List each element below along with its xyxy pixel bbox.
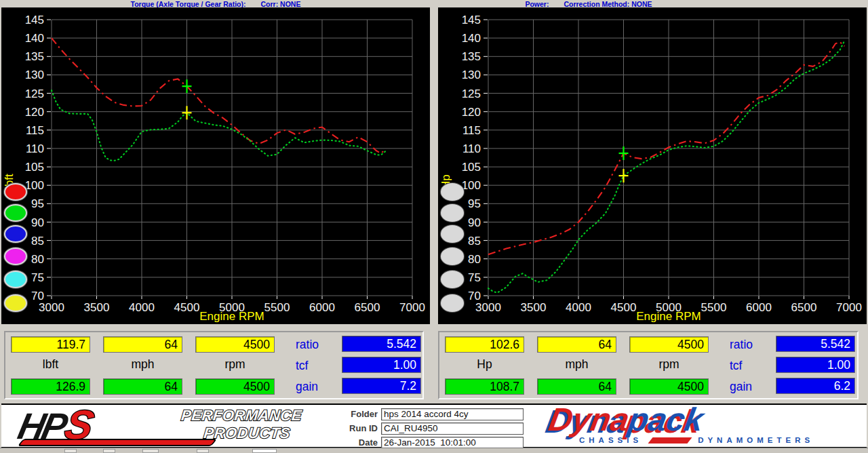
toolbar-ghost-control [64,449,77,453]
cursor-cross [182,106,192,119]
rpm-unit-label: rpm [195,357,275,374]
power-chart-panel: 3000350040004500500055006000650070007075… [438,7,867,324]
folder-field-input[interactable]: hps 2014 accord 4cy [381,408,524,420]
y-tick-label: 125 [25,87,44,100]
y-tick-label: 95 [468,197,481,210]
y-tick-label: 145 [25,14,44,26]
x-tick-label: 7000 [836,301,862,314]
x-tick-label: 6000 [309,301,335,314]
curve-select-button-4[interactable] [441,248,464,265]
y-tick-label: 110 [26,142,44,155]
torque-correction-status: Corr: NONE [261,0,301,8]
hps-products-text: PRODUCTS [203,425,301,442]
run-id-field-input[interactable]: CAI_RU4950 [381,422,524,435]
curve-select-button-1[interactable] [441,183,464,201]
y-tick-label: 90 [31,216,44,229]
date-field-label: Date [344,437,378,448]
y-tick-label: 80 [31,253,44,266]
curve-select-button-2[interactable] [441,204,464,222]
x-tick-label: 7000 [399,301,425,314]
x-tick-label: 6500 [791,301,817,314]
speed-cursor2-value: 64 [103,378,182,395]
curve-select-button-6[interactable] [441,294,464,312]
ratio-label: ratio [730,338,753,352]
rpm-unit-label: rpm [629,357,709,374]
curve-select-button-green[interactable] [4,204,27,222]
toolbar-ghost-control [142,449,159,453]
x-tick-label: 3500 [521,301,547,314]
speed-unit-label: mph [537,357,616,374]
gain-value: 6.2 [776,378,855,394]
y-tick-label: 115 [26,124,44,137]
rpm-cursor2-value: 4500 [629,378,709,395]
dynapack-swoosh [648,437,692,444]
gain-value: 7.2 [342,378,421,394]
x-tick-label: 5500 [701,301,727,314]
curve-select-button-cyan[interactable] [4,271,27,288]
y-tick-label: 95 [31,197,44,210]
power-cursor2-value: 108.7 [445,378,524,395]
y-tick-label: 105 [462,161,481,174]
speed-cursor1-value: 64 [103,336,182,353]
torque-chart-plot[interactable]: 3000350040004500500055006000650070007075… [1,7,430,324]
y-tick-label: 135 [462,50,481,63]
y-tick-label: 85 [31,235,44,248]
y-tick-label: 135 [25,50,44,63]
torque-chart-panel: 3000350040004500500055006000650070007075… [1,7,430,324]
bottom-toolbar-partial [0,448,868,453]
curve-select-button-3[interactable] [441,225,464,243]
curve-select-button-blue[interactable] [4,225,27,243]
y-tick-label: 105 [25,161,44,174]
torque-readout-panel: 119.7 64 4500 lbft mph rpm 126.9 64 4500… [4,331,424,399]
speed-cursor1-value: 64 [537,336,616,353]
y-tick-label: 140 [25,32,44,45]
ratio-value: 5.542 [342,336,421,352]
power-chart-title: Power: [525,0,549,8]
tcf-label: tcf [296,359,308,373]
torque-chart-title: Torque (Axle Torque / Gear Ratio): [131,0,246,8]
hps-performance-text: PERFORMANCE [180,407,303,425]
dynapack-logo: Dynapack CHASSIS DYNAMOMETERS [549,405,865,446]
y-tick-label: 120 [25,106,44,119]
power-unit-label: Hp [445,357,524,374]
x-tick-label: 3500 [84,301,110,314]
cursor-cross [619,169,629,182]
footer-bar: HP S PERFORMANCE PRODUCTS Folder hps 201… [1,403,867,448]
x-tick-label: 4500 [174,301,200,314]
rpm-cursor1-value: 4500 [195,336,275,353]
y-tick-label: 75 [31,271,44,284]
x-tick-label: 6000 [746,301,772,314]
gain-label: gain [296,380,318,394]
x-tick-label: 3000 [475,301,501,314]
x-tick-label: 5500 [264,301,290,314]
tcf-label: tcf [730,359,742,373]
torque-unit-label: lbft [11,357,90,374]
curve-select-button-red[interactable] [4,183,27,201]
y-tick-label: 100 [25,179,44,192]
series-torque-green-dotted [52,90,385,161]
y-tick-label: 120 [462,106,481,119]
toolbar-ghost-control [252,449,277,453]
y-tick-label: 145 [462,14,481,26]
rpm-cursor1-value: 4500 [629,336,709,353]
y-tick-label: 140 [462,32,481,45]
curve-select-button-yellow[interactable] [4,294,27,312]
torque-chart-header: Torque (Axle Torque / Gear Ratio):Corr: … [1,0,430,7]
y-tick-label: 125 [462,87,481,100]
y-tick-label: 75 [468,271,481,284]
tcf-value: 1.00 [776,357,855,373]
y-tick-label: 110 [462,142,481,155]
curve-select-button-5[interactable] [441,271,464,288]
rpm-cursor2-value: 4500 [195,378,275,395]
x-tick-label: 4500 [611,301,637,314]
speed-cursor2-value: 64 [537,378,616,395]
speed-unit-label: mph [103,357,182,374]
x-axis-title: Engine RPM [636,310,701,323]
power-cursor1-value: 102.6 [445,336,524,353]
y-tick-label: 70 [468,290,481,302]
x-tick-label: 4000 [566,301,591,314]
y-tick-label: 130 [25,68,44,81]
power-chart-plot[interactable]: 3000350040004500500055006000650070007075… [438,7,867,324]
curve-select-button-magenta[interactable] [4,248,27,265]
torque-cursor1-value: 119.7 [11,336,90,353]
